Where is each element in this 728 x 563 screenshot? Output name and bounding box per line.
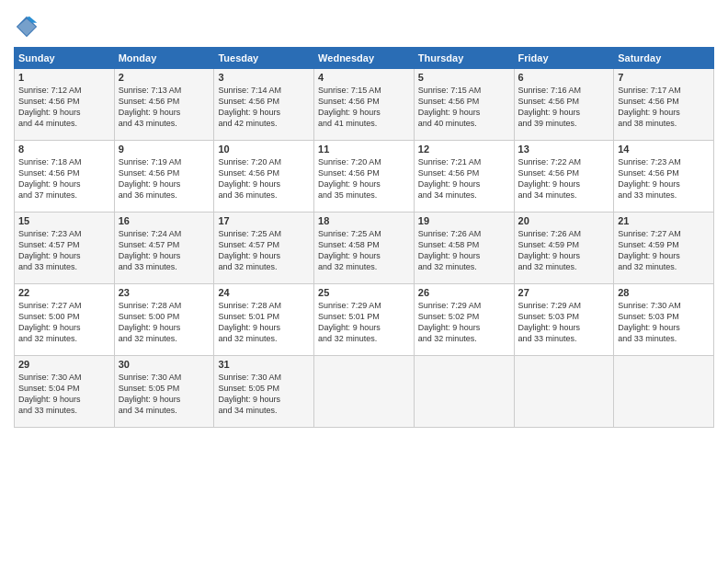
day-number: 17 xyxy=(218,215,310,226)
day-info: Sunrise: 7:29 AMSunset: 5:02 PMDaylight:… xyxy=(418,300,510,345)
day-info: Sunrise: 7:16 AMSunset: 4:56 PMDaylight:… xyxy=(518,85,610,130)
logo xyxy=(14,14,43,40)
calendar-cell: 29Sunrise: 7:30 AMSunset: 5:04 PMDayligh… xyxy=(15,356,115,428)
day-info: Sunrise: 7:15 AMSunset: 4:56 PMDaylight:… xyxy=(418,85,510,130)
day-info: Sunrise: 7:30 AMSunset: 5:05 PMDaylight:… xyxy=(119,372,210,417)
calendar-cell: 18Sunrise: 7:25 AMSunset: 4:58 PMDayligh… xyxy=(314,213,415,284)
calendar-cell: 26Sunrise: 7:29 AMSunset: 5:02 PMDayligh… xyxy=(414,284,514,356)
calendar-week-3: 15Sunrise: 7:23 AMSunset: 4:57 PMDayligh… xyxy=(15,213,714,284)
day-number: 3 xyxy=(218,72,310,83)
calendar-week-1: 1Sunrise: 7:12 AMSunset: 4:56 PMDaylight… xyxy=(15,69,714,141)
calendar-cell: 16Sunrise: 7:24 AMSunset: 4:57 PMDayligh… xyxy=(114,213,214,284)
header-row: Sunday Monday Tuesday Wednesday Thursday… xyxy=(15,48,714,69)
day-number: 28 xyxy=(618,287,710,298)
day-number: 29 xyxy=(18,359,110,370)
day-info: Sunrise: 7:30 AMSunset: 5:05 PMDaylight:… xyxy=(218,372,310,417)
calendar-cell: 25Sunrise: 7:29 AMSunset: 5:01 PMDayligh… xyxy=(314,284,415,356)
calendar-cell: 7Sunrise: 7:17 AMSunset: 4:56 PMDaylight… xyxy=(614,69,714,141)
day-number: 23 xyxy=(119,287,210,298)
day-info: Sunrise: 7:28 AMSunset: 5:01 PMDaylight:… xyxy=(218,300,310,345)
col-wednesday: Wednesday xyxy=(314,48,415,69)
day-info: Sunrise: 7:12 AMSunset: 4:56 PMDaylight:… xyxy=(18,85,110,130)
calendar-cell: 24Sunrise: 7:28 AMSunset: 5:01 PMDayligh… xyxy=(214,284,314,356)
calendar-cell xyxy=(414,356,514,428)
day-number: 26 xyxy=(418,287,510,298)
day-info: Sunrise: 7:20 AMSunset: 4:56 PMDaylight:… xyxy=(218,156,310,201)
day-number: 18 xyxy=(318,215,410,226)
day-info: Sunrise: 7:21 AMSunset: 4:56 PMDaylight:… xyxy=(418,156,510,201)
calendar-cell: 14Sunrise: 7:23 AMSunset: 4:56 PMDayligh… xyxy=(614,141,714,213)
day-number: 6 xyxy=(518,72,610,83)
calendar-cell: 15Sunrise: 7:23 AMSunset: 4:57 PMDayligh… xyxy=(15,213,115,284)
day-number: 19 xyxy=(418,215,510,226)
day-number: 13 xyxy=(518,144,610,155)
day-info: Sunrise: 7:20 AMSunset: 4:56 PMDaylight:… xyxy=(318,156,410,201)
day-info: Sunrise: 7:29 AMSunset: 5:03 PMDaylight:… xyxy=(518,300,610,345)
day-info: Sunrise: 7:29 AMSunset: 5:01 PMDaylight:… xyxy=(318,300,410,345)
day-info: Sunrise: 7:18 AMSunset: 4:56 PMDaylight:… xyxy=(18,156,110,201)
day-number: 1 xyxy=(18,72,110,83)
day-number: 15 xyxy=(18,215,110,226)
calendar-table: Sunday Monday Tuesday Wednesday Thursday… xyxy=(14,47,714,428)
col-sunday: Sunday xyxy=(15,48,115,69)
calendar-cell: 20Sunrise: 7:26 AMSunset: 4:59 PMDayligh… xyxy=(514,213,614,284)
day-number: 20 xyxy=(518,215,610,226)
day-info: Sunrise: 7:13 AMSunset: 4:56 PMDaylight:… xyxy=(119,85,210,130)
day-info: Sunrise: 7:30 AMSunset: 5:03 PMDaylight:… xyxy=(618,300,710,345)
day-number: 24 xyxy=(218,287,310,298)
day-info: Sunrise: 7:19 AMSunset: 4:56 PMDaylight:… xyxy=(119,156,210,201)
calendar-cell: 21Sunrise: 7:27 AMSunset: 4:59 PMDayligh… xyxy=(614,213,714,284)
calendar-cell: 31Sunrise: 7:30 AMSunset: 5:05 PMDayligh… xyxy=(214,356,314,428)
day-number: 7 xyxy=(618,72,710,83)
calendar-cell: 30Sunrise: 7:30 AMSunset: 5:05 PMDayligh… xyxy=(114,356,214,428)
calendar-cell: 12Sunrise: 7:21 AMSunset: 4:56 PMDayligh… xyxy=(414,141,514,213)
header xyxy=(14,14,714,40)
calendar-cell: 22Sunrise: 7:27 AMSunset: 5:00 PMDayligh… xyxy=(15,284,115,356)
day-info: Sunrise: 7:28 AMSunset: 5:00 PMDaylight:… xyxy=(119,300,210,345)
day-info: Sunrise: 7:23 AMSunset: 4:57 PMDaylight:… xyxy=(18,228,110,273)
day-number: 31 xyxy=(218,359,310,370)
day-info: Sunrise: 7:25 AMSunset: 4:58 PMDaylight:… xyxy=(318,228,410,273)
calendar-cell xyxy=(614,356,714,428)
col-tuesday: Tuesday xyxy=(214,48,314,69)
col-friday: Friday xyxy=(514,48,614,69)
calendar-cell xyxy=(314,356,415,428)
day-number: 11 xyxy=(318,144,410,155)
day-info: Sunrise: 7:22 AMSunset: 4:56 PMDaylight:… xyxy=(518,156,610,201)
col-monday: Monday xyxy=(114,48,214,69)
calendar-cell: 23Sunrise: 7:28 AMSunset: 5:00 PMDayligh… xyxy=(114,284,214,356)
calendar-cell: 6Sunrise: 7:16 AMSunset: 4:56 PMDaylight… xyxy=(514,69,614,141)
calendar-cell: 3Sunrise: 7:14 AMSunset: 4:56 PMDaylight… xyxy=(214,69,314,141)
day-number: 9 xyxy=(119,144,210,155)
calendar-cell: 8Sunrise: 7:18 AMSunset: 4:56 PMDaylight… xyxy=(15,141,115,213)
calendar-cell: 9Sunrise: 7:19 AMSunset: 4:56 PMDaylight… xyxy=(114,141,214,213)
calendar-week-2: 8Sunrise: 7:18 AMSunset: 4:56 PMDaylight… xyxy=(15,141,714,213)
day-info: Sunrise: 7:27 AMSunset: 5:00 PMDaylight:… xyxy=(18,300,110,345)
day-number: 10 xyxy=(218,144,310,155)
day-number: 12 xyxy=(418,144,510,155)
calendar-cell: 27Sunrise: 7:29 AMSunset: 5:03 PMDayligh… xyxy=(514,284,614,356)
calendar-week-5: 29Sunrise: 7:30 AMSunset: 5:04 PMDayligh… xyxy=(15,356,714,428)
day-info: Sunrise: 7:17 AMSunset: 4:56 PMDaylight:… xyxy=(618,85,710,130)
day-info: Sunrise: 7:30 AMSunset: 5:04 PMDaylight:… xyxy=(18,372,110,417)
day-number: 4 xyxy=(318,72,410,83)
day-number: 22 xyxy=(18,287,110,298)
col-saturday: Saturday xyxy=(614,48,714,69)
day-number: 21 xyxy=(618,215,710,226)
calendar-cell: 10Sunrise: 7:20 AMSunset: 4:56 PMDayligh… xyxy=(214,141,314,213)
day-info: Sunrise: 7:26 AMSunset: 4:58 PMDaylight:… xyxy=(418,228,510,273)
calendar-cell xyxy=(514,356,614,428)
col-thursday: Thursday xyxy=(414,48,514,69)
day-number: 30 xyxy=(119,359,210,370)
day-info: Sunrise: 7:27 AMSunset: 4:59 PMDaylight:… xyxy=(618,228,710,273)
day-number: 8 xyxy=(18,144,110,155)
day-number: 27 xyxy=(518,287,610,298)
calendar-cell: 1Sunrise: 7:12 AMSunset: 4:56 PMDaylight… xyxy=(15,69,115,141)
day-info: Sunrise: 7:23 AMSunset: 4:56 PMDaylight:… xyxy=(618,156,710,201)
calendar-cell: 13Sunrise: 7:22 AMSunset: 4:56 PMDayligh… xyxy=(514,141,614,213)
calendar-cell: 19Sunrise: 7:26 AMSunset: 4:58 PMDayligh… xyxy=(414,213,514,284)
calendar-cell: 4Sunrise: 7:15 AMSunset: 4:56 PMDaylight… xyxy=(314,69,415,141)
day-info: Sunrise: 7:25 AMSunset: 4:57 PMDaylight:… xyxy=(218,228,310,273)
page-container: Sunday Monday Tuesday Wednesday Thursday… xyxy=(0,0,728,437)
logo-icon xyxy=(14,14,40,40)
